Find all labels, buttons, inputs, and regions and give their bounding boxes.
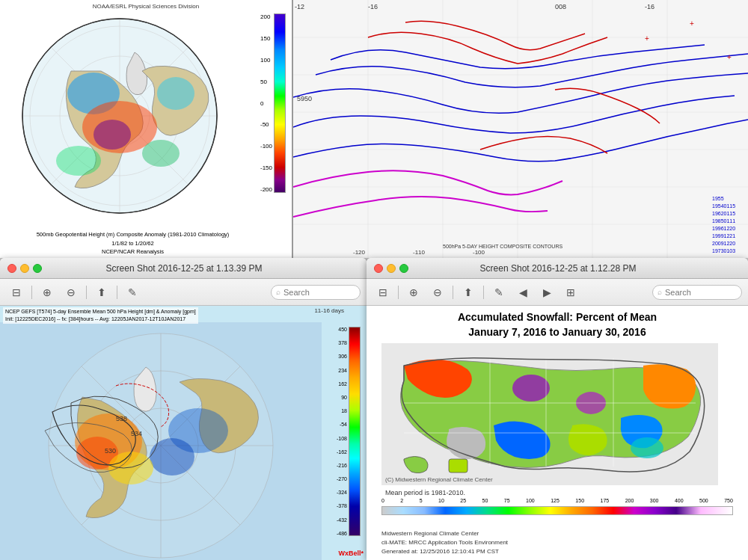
svg-text:19850111: 19850111 — [712, 218, 735, 224]
zoom-in-button-left[interactable]: ⊕ — [37, 284, 58, 301]
svg-text:500hPa 5-DAY HEIGHT COMPOSITE : 500hPa 5-DAY HEIGHT COMPOSITE CONTOURS — [443, 244, 562, 249]
map-title: NOAA/ESRL Physical Sciences Division — [0, 0, 292, 10]
pencil-icon: ✎ — [128, 286, 137, 298]
snowfall-title: Accumulated Snowfall: Percent of Mean Ja… — [367, 306, 748, 339]
ensemble-colorbar — [349, 327, 361, 536]
svg-text:+: + — [727, 53, 732, 61]
svg-point-65 — [512, 375, 550, 401]
colorbar-labels: 200 150 100 50 0 -50 -100 -150 -200 — [260, 13, 272, 193]
svg-rect-73 — [449, 459, 468, 473]
separator-6 — [483, 286, 484, 299]
wxbell-badge: WxBell* — [338, 550, 364, 557]
svg-point-59 — [150, 438, 194, 476]
zoom-in-icon: ⊕ — [43, 286, 52, 298]
sidebar-toggle-button-right[interactable]: ⊟ — [373, 284, 393, 301]
days-label: 11-16 days — [314, 307, 344, 314]
svg-point-13 — [94, 120, 131, 150]
svg-text:19540115: 19540115 — [712, 203, 735, 209]
svg-text:-100: -100 — [473, 249, 485, 256]
search-icon-right: ⌕ — [657, 288, 662, 296]
svg-point-9 — [157, 77, 194, 110]
snowfall-scale-labels: 0 2 5 10 25 50 75 100 125 150 175 200 30… — [381, 498, 733, 503]
separator-1 — [31, 286, 32, 299]
svg-text:534: 534 — [131, 430, 142, 437]
zoom-out-icon: ⊖ — [67, 286, 76, 298]
top-right-map: -12 -16 008 -16 5950 + + + 1955 19540115… — [293, 0, 748, 258]
svg-text:538: 538 — [116, 415, 127, 422]
svg-text:1955: 1955 — [712, 196, 724, 201]
share-button-right[interactable]: ⬆ — [458, 284, 479, 301]
share-icon: ⬆ — [97, 286, 106, 298]
zoom-in-icon-right: ⊕ — [409, 286, 418, 298]
ensemble-map-svg: 538 534 530 — [0, 322, 322, 560]
svg-text:-16: -16 — [368, 3, 378, 10]
bottom-left-window: Screen Shot 2016-12-25 at 1.13.39 PM ⊟ ⊕… — [0, 258, 367, 560]
svg-text:-12: -12 — [295, 3, 304, 10]
snowfall-map-svg: (C) Midwestern Regional Climate Center — [381, 343, 718, 485]
share-button-left[interactable]: ⬆ — [91, 284, 112, 301]
svg-point-60 — [108, 452, 153, 484]
colorbar-vertical — [274, 13, 286, 193]
ensemble-colorbar-labels: 450 378 306 234 162 90 18 -54 -108 -162 … — [337, 327, 347, 536]
svg-text:008: 008 — [555, 3, 566, 10]
svg-text:19991221: 19991221 — [712, 233, 735, 239]
sidebar-toggle-button[interactable]: ⊟ — [6, 284, 27, 301]
edit-button-left[interactable]: ✎ — [122, 284, 143, 301]
svg-text:+: + — [645, 34, 649, 43]
bottom-left-map-content: NCEP GEFS [T574] 5-day Ensemble Mean 500… — [0, 306, 367, 560]
svg-rect-16 — [293, 0, 748, 258]
sidebar-icon: ⊟ — [12, 286, 21, 298]
zoom-out-button-right[interactable]: ⊖ — [427, 284, 448, 301]
share-icon-right: ⬆ — [464, 286, 473, 298]
ensemble-header: NCEP GEFS [T574] 5-day Ensemble Mean 500… — [3, 307, 198, 324]
svg-text:5950: 5950 — [297, 95, 312, 102]
search-box-left[interactable]: ⌕ — [271, 285, 361, 300]
upper-air-svg: -12 -16 008 -16 5950 + + + 1955 19540115… — [293, 0, 748, 258]
svg-point-11 — [56, 146, 101, 176]
svg-text:20091220: 20091220 — [712, 241, 735, 246]
window-title-left: Screen Shot 2016-12-25 at 1.13.39 PM — [9, 263, 359, 274]
sidebar-icon-right: ⊟ — [378, 286, 387, 298]
pencil-icon-right: ✎ — [494, 286, 503, 298]
zoom-in-button-right[interactable]: ⊕ — [403, 284, 424, 301]
zoom-out-button-left[interactable]: ⊖ — [61, 284, 82, 301]
separator-3 — [117, 286, 117, 299]
pages-icon: ⊞ — [566, 286, 575, 298]
nav-prev-button-right[interactable]: ◀ — [512, 284, 533, 301]
window-title-right: Screen Shot 2016-12-25 at 1.12.28 PM — [375, 263, 741, 274]
mean-period: Mean period is 1981-2010. — [385, 489, 465, 496]
svg-point-67 — [631, 437, 663, 458]
svg-text:(C) Midwestern Regional Climat: (C) Midwestern Regional Climate Center — [385, 476, 493, 483]
search-input-left[interactable] — [283, 288, 355, 297]
annotate-button-right[interactable]: ✎ — [488, 284, 509, 301]
nav-next-button-right[interactable]: ▶ — [536, 284, 557, 301]
snowfall-footer: Midwestern Regional Climate Center cli-M… — [381, 529, 744, 556]
svg-text:-16: -16 — [645, 3, 654, 10]
search-input-right[interactable] — [665, 288, 737, 297]
svg-text:+: + — [690, 19, 694, 28]
map-caption: 500mb Geopotential Height (m) Composite … — [0, 230, 266, 256]
window-titlebar-left: Screen Shot 2016-12-25 at 1.13.39 PM — [0, 258, 367, 279]
bottom-right-window: Screen Shot 2016-12-25 at 1.12.28 PM ⊟ ⊕… — [367, 258, 748, 560]
top-section: NOAA/ESRL Physical Sciences Division — [0, 0, 748, 258]
separator-2 — [86, 286, 87, 299]
zoom-out-icon-right: ⊖ — [433, 286, 442, 298]
svg-text:19730103: 19730103 — [712, 248, 735, 253]
window-titlebar-right: Screen Shot 2016-12-25 at 1.12.28 PM — [367, 258, 748, 279]
top-left-map: NOAA/ESRL Physical Sciences Division — [0, 0, 292, 258]
separator-4 — [398, 286, 399, 299]
pages-button-right[interactable]: ⊞ — [560, 284, 581, 301]
toolbar-right: ⊟ ⊕ ⊖ ⬆ ✎ ◀ ▶ ⊞ ⌕ — [367, 279, 748, 306]
svg-text:-110: -110 — [413, 249, 426, 256]
nav-next-icon: ▶ — [543, 286, 551, 298]
svg-text:19620115: 19620115 — [712, 211, 735, 216]
separator-5 — [453, 286, 453, 299]
snowfall-map-content: Accumulated Snowfall: Percent of Mean Ja… — [367, 306, 748, 560]
nav-prev-icon: ◀ — [519, 286, 527, 298]
svg-text:530: 530 — [105, 447, 116, 455]
snowfall-colorbar — [381, 506, 733, 515]
toolbar-left: ⊟ ⊕ ⊖ ⬆ ✎ ⌕ — [0, 279, 367, 306]
search-box-right[interactable]: ⌕ — [652, 285, 742, 300]
svg-point-12 — [142, 140, 180, 167]
polar-map-svg — [4, 11, 236, 224]
